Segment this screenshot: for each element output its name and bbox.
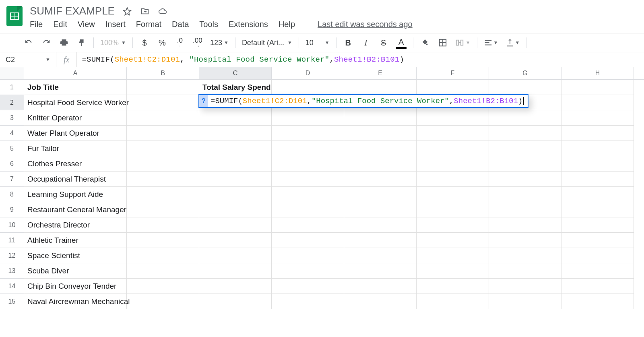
cell[interactable]	[561, 172, 634, 187]
column-header[interactable]: G	[489, 67, 561, 79]
cell[interactable]: Hospital Food Service Worker	[24, 95, 127, 110]
decrease-decimal-button[interactable]: .0←	[175, 37, 185, 48]
row-header[interactable]: 8	[0, 187, 24, 202]
cell[interactable]: Clothes Presser	[24, 156, 127, 172]
cell[interactable]: Fur Tailor	[24, 141, 127, 156]
row-header[interactable]: 15	[0, 294, 24, 309]
cell[interactable]	[127, 294, 199, 309]
cell[interactable]	[561, 156, 634, 172]
cell[interactable]: Chip Bin Conveyor Tender	[24, 279, 127, 294]
font-family-select[interactable]: Default (Ari...▼	[242, 39, 292, 47]
cell[interactable]: Scuba Diver	[24, 263, 127, 279]
menu-help[interactable]: Help	[279, 20, 295, 29]
cell[interactable]	[417, 141, 489, 156]
cell[interactable]	[272, 187, 344, 202]
cell[interactable]	[199, 202, 272, 217]
cell[interactable]	[199, 279, 272, 294]
cell[interactable]	[561, 110, 634, 126]
row-header[interactable]: 5	[0, 141, 24, 156]
cell[interactable]: Occupational Therapist	[24, 172, 127, 187]
cell[interactable]	[344, 217, 417, 233]
cell[interactable]	[127, 279, 199, 294]
cell[interactable]	[417, 217, 489, 233]
row-header[interactable]: 7	[0, 172, 24, 187]
cell[interactable]	[344, 233, 417, 248]
column-header[interactable]: H	[561, 67, 634, 79]
row-header[interactable]: 12	[0, 248, 24, 263]
cell[interactable]	[489, 263, 561, 279]
cell[interactable]	[272, 172, 344, 187]
cell[interactable]	[127, 187, 199, 202]
last-edit-link[interactable]: Last edit was seconds ago	[318, 20, 413, 29]
cell[interactable]	[272, 279, 344, 294]
cell[interactable]	[417, 279, 489, 294]
cell[interactable]: Water Plant Operator	[24, 126, 127, 141]
menu-format[interactable]: Format	[136, 20, 161, 29]
cell[interactable]	[199, 263, 272, 279]
cloud-status-icon[interactable]	[157, 6, 168, 17]
cell[interactable]	[127, 172, 199, 187]
cell[interactable]	[417, 172, 489, 187]
menu-edit[interactable]: Edit	[53, 20, 67, 29]
cell[interactable]	[272, 80, 344, 95]
cell[interactable]	[127, 141, 199, 156]
column-header[interactable]: D	[272, 67, 344, 79]
row-header[interactable]: 11	[0, 233, 24, 248]
text-color-button[interactable]: A	[396, 37, 407, 48]
cell[interactable]	[561, 126, 634, 141]
cell[interactable]	[561, 187, 634, 202]
cell[interactable]	[199, 172, 272, 187]
menu-tools[interactable]: Tools	[199, 20, 218, 29]
cell[interactable]	[561, 95, 634, 110]
cell[interactable]	[344, 156, 417, 172]
cell[interactable]	[489, 279, 561, 294]
cell[interactable]	[272, 294, 344, 309]
cell[interactable]	[199, 233, 272, 248]
formula-input[interactable]: =SUMIF(Sheet1!C2:D101, "Hospital Food Se…	[77, 55, 644, 64]
cell[interactable]	[272, 248, 344, 263]
cell[interactable]	[272, 141, 344, 156]
row-header[interactable]: 4	[0, 126, 24, 141]
cell[interactable]	[344, 202, 417, 217]
cell[interactable]	[489, 141, 561, 156]
cell[interactable]	[127, 126, 199, 141]
cell[interactable]	[489, 110, 561, 126]
strikethrough-button[interactable]: S	[378, 37, 389, 48]
star-icon[interactable]	[122, 6, 132, 17]
cell[interactable]	[489, 202, 561, 217]
cell[interactable]	[344, 110, 417, 126]
cell[interactable]	[344, 141, 417, 156]
cell[interactable]	[127, 248, 199, 263]
cell[interactable]	[127, 202, 199, 217]
cell[interactable]	[199, 187, 272, 202]
cell[interactable]	[127, 233, 199, 248]
undo-button[interactable]	[23, 37, 34, 48]
cell[interactable]	[489, 187, 561, 202]
cell[interactable]	[417, 110, 489, 126]
cell[interactable]	[127, 110, 199, 126]
cell[interactable]	[561, 263, 634, 279]
cell[interactable]	[127, 80, 199, 95]
cells-area[interactable]: Job TitleTotal Salary SpendHospital Food…	[24, 80, 644, 309]
cell[interactable]	[199, 248, 272, 263]
cell[interactable]	[489, 172, 561, 187]
cell[interactable]	[344, 80, 417, 95]
vertical-align-button[interactable]: ▼	[506, 37, 520, 48]
bold-button[interactable]: B	[343, 37, 353, 48]
merge-cells-button[interactable]: ▼	[455, 37, 471, 48]
cell[interactable]	[489, 156, 561, 172]
row-header[interactable]: 10	[0, 217, 24, 233]
cell[interactable]	[417, 80, 489, 95]
cell[interactable]	[489, 233, 561, 248]
cell[interactable]	[199, 110, 272, 126]
cell[interactable]	[199, 217, 272, 233]
cell[interactable]	[417, 202, 489, 217]
cell[interactable]	[272, 202, 344, 217]
cell[interactable]	[417, 263, 489, 279]
row-header[interactable]: 2	[0, 95, 24, 110]
cell[interactable]	[561, 202, 634, 217]
cell[interactable]	[417, 126, 489, 141]
column-header[interactable]: F	[417, 67, 489, 79]
row-header[interactable]: 3	[0, 110, 24, 126]
cell[interactable]	[127, 217, 199, 233]
